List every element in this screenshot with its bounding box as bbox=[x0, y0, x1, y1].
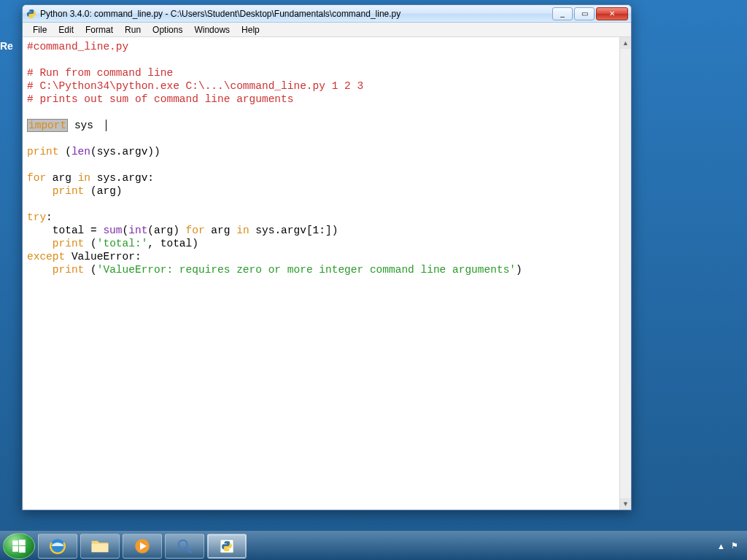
code-text: sys.argv[1:]) bbox=[249, 225, 338, 236]
code-text: ( bbox=[59, 146, 71, 158]
string-literal: 'total:' bbox=[97, 238, 148, 249]
start-button[interactable] bbox=[3, 533, 35, 559]
menu-file[interactable]: File bbox=[27, 25, 53, 35]
code-indent bbox=[27, 185, 53, 197]
code-comment: # C:\Python34\python.exe C:\...\command_… bbox=[27, 80, 363, 92]
svg-line-8 bbox=[186, 548, 190, 552]
taskbar-file-explorer[interactable] bbox=[80, 534, 120, 559]
svg-rect-1 bbox=[19, 540, 26, 545]
menu-help[interactable]: Help bbox=[236, 25, 266, 35]
menu-windows[interactable]: Windows bbox=[188, 25, 236, 35]
taskbar-media-player[interactable] bbox=[123, 534, 162, 559]
code-text: (arg) bbox=[147, 225, 185, 236]
string-literal: 'ValueError: requires zero or more integ… bbox=[97, 264, 516, 276]
python-icon bbox=[26, 8, 37, 20]
builtin-int: int bbox=[128, 225, 147, 236]
selected-keyword-import: import bbox=[27, 119, 68, 132]
builtin-sum: sum bbox=[103, 225, 122, 236]
titlebar[interactable]: Python 3.4.0: command_line.py - C:\Users… bbox=[23, 5, 631, 23]
code-text: arg bbox=[46, 172, 78, 184]
menu-options[interactable]: Options bbox=[147, 25, 188, 35]
code-indent bbox=[27, 264, 53, 276]
tray-arrow-icon[interactable]: ▲ bbox=[717, 542, 725, 551]
close-button[interactable]: ✕ bbox=[596, 7, 628, 20]
window-title: Python 3.4.0: command_line.py - C:\Users… bbox=[40, 9, 548, 19]
code-text: , total) bbox=[147, 238, 198, 249]
taskbar-ie[interactable] bbox=[38, 534, 77, 559]
svg-rect-3 bbox=[19, 546, 26, 553]
maximize-button[interactable]: ▭ bbox=[574, 7, 595, 20]
minimize-button[interactable]: _ bbox=[552, 7, 573, 20]
code-text: (sys.argv)) bbox=[90, 146, 160, 158]
idle-editor-window: Python 3.4.0: command_line.py - C:\Users… bbox=[22, 4, 632, 510]
code-text: : bbox=[46, 211, 53, 223]
svg-rect-0 bbox=[12, 540, 18, 545]
taskbar-idle[interactable] bbox=[207, 534, 247, 559]
code-text: sys.argv: bbox=[90, 172, 154, 184]
code-comment: # Run from command line bbox=[27, 67, 173, 79]
keyword-print: print bbox=[53, 238, 85, 249]
scroll-up-button[interactable]: ▲ bbox=[620, 37, 631, 49]
text-cursor bbox=[106, 120, 107, 131]
menu-edit[interactable]: Edit bbox=[53, 25, 80, 35]
system-tray[interactable]: ▲ ⚑ bbox=[717, 541, 744, 551]
tray-flag-icon[interactable]: ⚑ bbox=[731, 541, 738, 551]
menu-format[interactable]: Format bbox=[80, 25, 119, 35]
builtin-len: len bbox=[71, 146, 90, 158]
code-text: ( bbox=[84, 238, 96, 249]
desktop-partial-label: Re bbox=[0, 40, 13, 52]
code-text: ( bbox=[123, 225, 129, 236]
taskbar[interactable]: ▲ ⚑ bbox=[0, 531, 747, 560]
keyword-print: print bbox=[53, 185, 85, 197]
code-comment: #command_line.py bbox=[27, 41, 128, 52]
code-text: total = bbox=[27, 225, 103, 236]
keyword-except: except bbox=[27, 251, 65, 262]
menu-run[interactable]: Run bbox=[119, 25, 147, 35]
code-editor[interactable]: #command_line.py # Run from command line… bbox=[23, 37, 619, 510]
keyword-print: print bbox=[27, 146, 59, 158]
code-text: sys bbox=[68, 120, 106, 131]
code-text: ValueError: bbox=[65, 251, 141, 262]
code-text: ) bbox=[516, 264, 522, 276]
menubar: File Edit Format Run Options Windows Hel… bbox=[23, 23, 631, 37]
code-indent bbox=[27, 238, 53, 249]
code-comment: # prints out sum of command line argumen… bbox=[27, 93, 293, 105]
code-text: ( bbox=[84, 264, 96, 276]
code-text: (arg) bbox=[84, 185, 122, 197]
taskbar-magnifier[interactable] bbox=[165, 534, 204, 559]
svg-rect-2 bbox=[12, 546, 18, 552]
keyword-in: in bbox=[78, 172, 90, 184]
keyword-in: in bbox=[236, 225, 249, 236]
vertical-scrollbar[interactable]: ▲ ▼ bbox=[619, 37, 631, 510]
code-text: arg bbox=[205, 225, 237, 236]
scroll-down-button[interactable]: ▼ bbox=[620, 498, 631, 510]
keyword-for: for bbox=[186, 225, 205, 236]
keyword-print: print bbox=[53, 264, 85, 276]
keyword-for: for bbox=[27, 172, 46, 184]
keyword-try: try bbox=[27, 211, 46, 223]
